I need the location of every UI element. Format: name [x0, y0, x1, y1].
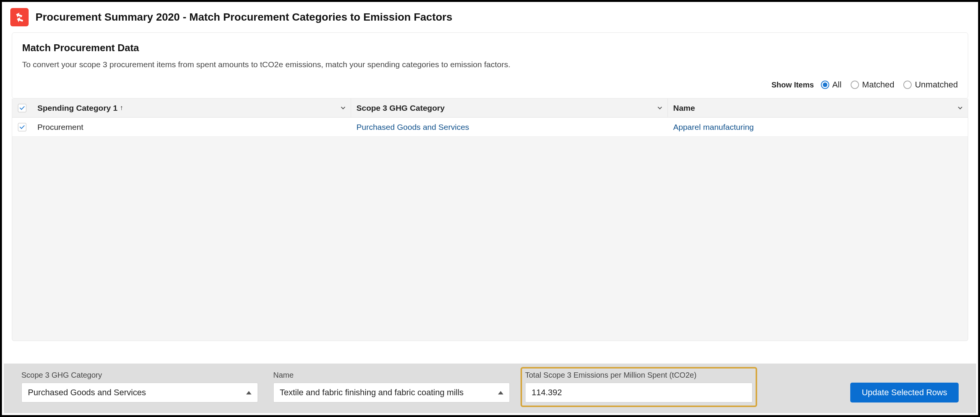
radio-all-label: All: [832, 80, 841, 90]
sort-ascending-icon: ↑: [120, 104, 123, 112]
column-spending-category[interactable]: Spending Category 1 ↑: [32, 99, 351, 117]
cell-name[interactable]: Apparel manufacturing: [668, 118, 968, 136]
caret-up-icon: [246, 391, 251, 394]
panel-description: To convert your scope 3 procurement item…: [22, 60, 958, 69]
input-emissions-value: 114.392: [532, 388, 562, 398]
column-spending-category-label: Spending Category 1: [37, 103, 118, 113]
header-bar: Procurement Summary 2020 - Match Procure…: [2, 2, 978, 32]
field-ghg-category: Scope 3 GHG Category Purchased Goods and…: [21, 371, 258, 402]
filter-label: Show Items: [772, 81, 814, 89]
update-selected-rows-button[interactable]: Update Selected Rows: [850, 383, 959, 402]
footer-bar: Scope 3 GHG Category Purchased Goods and…: [4, 364, 976, 413]
radio-circle-icon: [851, 81, 859, 89]
select-all-checkbox[interactable]: [18, 104, 26, 112]
column-name[interactable]: Name: [668, 99, 968, 117]
arrows-icon: [14, 12, 25, 23]
cell-ghg-category[interactable]: Purchased Goods and Services: [351, 118, 668, 136]
panel-title: Match Procurement Data: [22, 42, 958, 54]
chevron-down-icon[interactable]: [657, 103, 663, 113]
radio-circle-icon: [821, 81, 829, 89]
field-ghg-category-label: Scope 3 GHG Category: [21, 371, 258, 380]
chevron-down-icon[interactable]: [957, 103, 963, 113]
radio-all[interactable]: All: [821, 80, 841, 90]
select-name[interactable]: Textile and fabric finishing and fabric …: [273, 383, 510, 402]
radio-unmatched[interactable]: Unmatched: [903, 80, 958, 90]
page-title: Procurement Summary 2020 - Match Procure…: [35, 11, 452, 23]
data-table: Spending Category 1 ↑ Scope 3 GHG Catego…: [12, 99, 968, 341]
row-checkbox-cell[interactable]: [12, 118, 32, 136]
chevron-down-icon[interactable]: [340, 103, 346, 113]
field-name-label: Name: [273, 371, 510, 380]
column-ghg-category-label: Scope 3 GHG Category: [356, 103, 445, 113]
radio-matched[interactable]: Matched: [851, 80, 894, 90]
cell-spending-category: Procurement: [32, 118, 351, 136]
input-emissions[interactable]: 114.392: [525, 383, 753, 402]
select-ghg-category[interactable]: Purchased Goods and Services: [21, 383, 258, 402]
radio-circle-icon: [903, 81, 912, 89]
column-name-label: Name: [673, 103, 695, 113]
select-all-header[interactable]: [12, 99, 32, 117]
select-name-value: Textile and fabric finishing and fabric …: [280, 388, 464, 398]
column-ghg-category[interactable]: Scope 3 GHG Category: [351, 99, 668, 117]
row-checkbox[interactable]: [18, 123, 26, 131]
radio-unmatched-label: Unmatched: [915, 80, 958, 90]
select-ghg-category-value: Purchased Goods and Services: [28, 388, 146, 398]
field-emissions: Total Scope 3 Emissions per Million Spen…: [521, 367, 757, 407]
instruction-panel: Match Procurement Data To convert your s…: [12, 32, 968, 99]
field-name: Name Textile and fabric finishing and fa…: [273, 371, 510, 402]
filter-row: Show Items All Matched Unmatched: [22, 80, 958, 90]
table-row[interactable]: Procurement Purchased Goods and Services…: [12, 118, 968, 137]
app-icon: [10, 8, 29, 26]
caret-up-icon: [498, 391, 503, 394]
radio-matched-label: Matched: [862, 80, 894, 90]
table-header: Spending Category 1 ↑ Scope 3 GHG Catego…: [12, 99, 968, 118]
field-emissions-label: Total Scope 3 Emissions per Million Spen…: [525, 371, 753, 380]
radio-group: All Matched Unmatched: [821, 80, 958, 90]
